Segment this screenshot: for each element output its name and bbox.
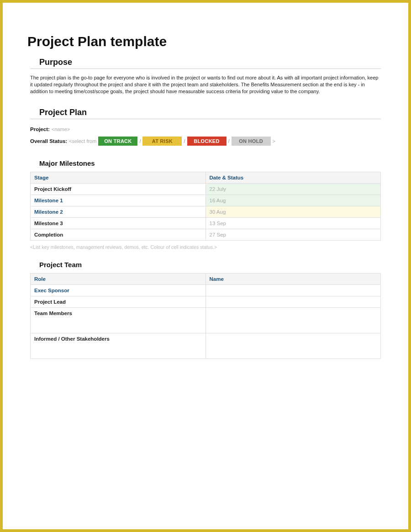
team-role: Project Lead	[31, 296, 206, 307]
status-hint: <select from	[69, 138, 96, 144]
col-role: Role	[31, 273, 206, 284]
table-row: Project Kickoff22 July	[31, 183, 381, 195]
milestones-table: Stage Date & Status Project Kickoff22 Ju…	[30, 172, 381, 241]
status-badge-on-hold[interactable]: ON HOLD	[232, 137, 271, 146]
table-row: Milestone 230 Aug	[31, 206, 381, 217]
document-title: Project Plan template	[27, 34, 381, 49]
milestone-stage[interactable]: Milestone 1	[31, 195, 206, 206]
col-name: Name	[206, 273, 381, 284]
table-row: Milestone 313 Sep	[31, 217, 381, 229]
overall-status-row: Overall Status: <select from ON TRACK / …	[30, 137, 381, 146]
status-close: >	[273, 138, 275, 144]
milestones-heading: Major Milestones	[39, 159, 381, 167]
team-heading: Project Team	[39, 261, 381, 269]
sep: /	[184, 138, 185, 144]
team-role: Team Members	[31, 307, 206, 333]
status-badge-at-risk[interactable]: AT RISK	[142, 137, 182, 146]
milestone-date: 22 July	[206, 183, 381, 195]
team-name[interactable]	[206, 296, 381, 307]
table-row: Informed / Other Stakeholders	[31, 333, 381, 358]
purpose-text: The project plan is the go-to page for e…	[30, 74, 381, 95]
status-badge-on-track[interactable]: ON TRACK	[98, 137, 137, 146]
sep: /	[228, 138, 230, 144]
milestone-date: 30 Aug	[206, 206, 381, 217]
table-row: Team Members	[31, 307, 381, 333]
milestones-note: <List key milestones, management reviews…	[30, 244, 381, 250]
table-row: Exec Sponsor	[31, 284, 381, 296]
milestone-stage: Milestone 3	[31, 217, 206, 229]
milestone-date: 16 Aug	[206, 195, 381, 206]
milestone-stage[interactable]: Milestone 2	[31, 206, 206, 217]
team-role[interactable]: Exec Sponsor	[31, 284, 206, 296]
milestone-stage: Completion	[31, 229, 206, 240]
col-date-status: Date & Status	[206, 172, 381, 183]
status-badge-blocked[interactable]: BLOCKED	[187, 137, 227, 146]
col-stage: Stage	[31, 172, 206, 183]
project-plan-heading: Project Plan	[30, 108, 381, 119]
project-field-row: Project: <name>	[30, 126, 381, 132]
table-row: Project Lead	[31, 296, 381, 307]
overall-status-label: Overall Status:	[30, 138, 67, 144]
project-value-placeholder[interactable]: <name>	[52, 126, 70, 132]
milestone-stage: Project Kickoff	[31, 183, 206, 195]
team-name[interactable]	[206, 307, 381, 333]
project-label: Project:	[30, 126, 50, 132]
milestone-date: 27 Sep	[206, 229, 381, 240]
team-name[interactable]	[206, 333, 381, 358]
table-row: Milestone 116 Aug	[31, 195, 381, 206]
sep: /	[139, 138, 141, 144]
milestone-date: 13 Sep	[206, 217, 381, 229]
purpose-heading: Purpose	[30, 58, 381, 69]
team-name[interactable]	[206, 284, 381, 296]
team-table: Role Name Exec SponsorProject LeadTeam M…	[30, 273, 381, 359]
team-role: Informed / Other Stakeholders	[31, 333, 206, 358]
table-row: Completion27 Sep	[31, 229, 381, 240]
